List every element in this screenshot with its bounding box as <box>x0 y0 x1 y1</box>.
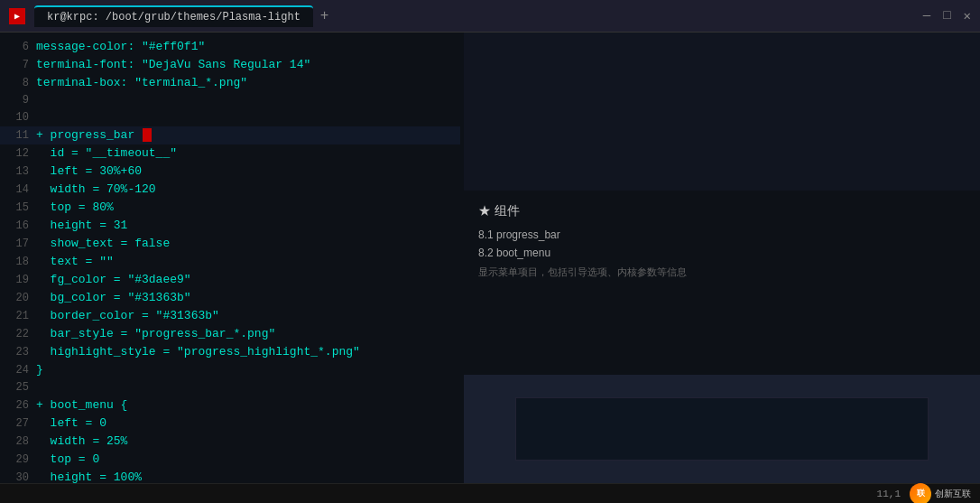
line-number: 8 <box>4 75 29 92</box>
statusbar: 11,1 联 创新互联 <box>0 483 980 503</box>
code-line: 20 bg_color = "#31363b" <box>0 289 460 307</box>
code-line: 13 left = 30%+60 <box>0 163 460 181</box>
cursor-position: 11,1 <box>877 489 901 499</box>
brand-text: 创新互联 <box>935 488 971 500</box>
line-number: 7 <box>4 57 29 74</box>
code-line: 14 width = 70%-120 <box>0 181 460 199</box>
right-top-area <box>464 33 980 194</box>
main-content: 6message-color: "#eff0f1"7terminal-font:… <box>0 33 980 483</box>
preview-box <box>515 397 929 461</box>
code-line: 21 border_color = "#31363b" <box>0 307 460 325</box>
status-right: 11,1 联 创新互联 <box>877 483 971 504</box>
code-line: 10 <box>0 109 460 126</box>
line-number: 18 <box>4 254 29 271</box>
line-number: 15 <box>4 200 29 217</box>
minimize-button[interactable]: — <box>923 8 930 23</box>
line-number: 30 <box>4 470 29 483</box>
line-number: 24 <box>4 362 29 379</box>
line-content: show_text = false <box>36 235 170 252</box>
code-line: 11+ progress_bar <box>0 126 460 144</box>
line-content: text = "" <box>36 253 114 270</box>
line-number: 16 <box>4 218 29 235</box>
code-line: 26+ boot_menu { <box>0 396 460 415</box>
maximize-button[interactable]: □ <box>943 8 950 23</box>
code-line: 19 fg_color = "#3daee9" <box>0 271 460 289</box>
right-middle-area: ★ 组件 8.1 progress_bar 8.2 boot_menu 显示菜单… <box>464 194 980 375</box>
line-number: 14 <box>4 182 29 199</box>
code-line: 8terminal-box: "terminal_*.png" <box>0 74 460 92</box>
line-content: width = 70%-120 <box>36 181 156 198</box>
line-content: } <box>36 361 43 378</box>
line-content: terminal-font: "DejaVu Sans Regular 14" <box>36 56 310 73</box>
active-tab[interactable]: kr@krpc: /boot/grub/themes/Plasma-light <box>34 5 313 27</box>
line-number: 13 <box>4 163 29 181</box>
main-window: ▶ kr@krpc: /boot/grub/themes/Plasma-ligh… <box>0 0 980 503</box>
sub-section-1: 8.1 progress_bar <box>478 228 966 241</box>
line-content: bg_color = "#31363b" <box>36 289 191 306</box>
code-line: 22 bar_style = "progress_bar_*.png" <box>0 325 460 343</box>
text-cursor <box>143 128 152 142</box>
add-tab-button[interactable]: + <box>320 8 329 24</box>
titlebar: ▶ kr@krpc: /boot/grub/themes/Plasma-ligh… <box>0 0 980 33</box>
code-line: 23 highlight_style = "progress_highlight… <box>0 343 460 361</box>
line-content: height = 31 <box>36 217 127 234</box>
line-number: 27 <box>4 415 29 433</box>
line-content: bar_style = "progress_bar_*.png" <box>36 325 275 342</box>
line-content: left = 0 <box>36 415 106 432</box>
code-line: 7terminal-font: "DejaVu Sans Regular 14" <box>0 56 460 74</box>
close-button[interactable]: ✕ <box>964 8 971 23</box>
terminal-icon: ▶ <box>9 8 25 24</box>
line-number: 21 <box>4 308 29 325</box>
code-line: 17 show_text = false <box>0 235 460 253</box>
line-number: 10 <box>4 109 29 126</box>
line-number: 17 <box>4 236 29 253</box>
line-content: top = 0 <box>36 451 99 468</box>
line-number: 20 <box>4 290 29 307</box>
section-title: ★ 组件 <box>478 203 966 219</box>
line-number: 19 <box>4 272 29 289</box>
line-content: + progress_bar <box>36 126 152 144</box>
code-line: 15 top = 80% <box>0 199 460 217</box>
line-content: left = 30%+60 <box>36 163 142 180</box>
code-line: 18 text = "" <box>0 253 460 271</box>
line-content: message-color: "#eff0f1" <box>36 38 205 55</box>
code-line: 25 <box>0 379 460 396</box>
sub-section-2-desc: 显示菜单项目，包括引导选项、内核参数等信息 <box>478 265 966 280</box>
line-number: 28 <box>4 433 29 451</box>
code-line: 27 left = 0 <box>0 415 460 433</box>
window-controls: — □ ✕ <box>923 8 971 23</box>
code-line: 6message-color: "#eff0f1" <box>0 38 460 56</box>
line-content: fg_color = "#3daee9" <box>36 271 191 288</box>
sub-section-2: 8.2 boot_menu <box>478 247 966 259</box>
editor-pane[interactable]: 6message-color: "#eff0f1"7terminal-font:… <box>0 33 460 483</box>
right-bottom-area <box>464 375 980 483</box>
code-line: 16 height = 31 <box>0 217 460 235</box>
brand-logo: 联 创新互联 <box>910 483 971 504</box>
code-line: 12 id = "__timeout__" <box>0 144 460 163</box>
line-number: 12 <box>4 145 29 163</box>
code-line: 29 top = 0 <box>0 451 460 469</box>
code-line: 28 width = 25% <box>0 433 460 451</box>
line-number: 26 <box>4 397 29 415</box>
line-number: 11 <box>4 127 29 144</box>
line-number: 23 <box>4 344 29 361</box>
code-line: 24} <box>0 361 460 379</box>
line-number: 9 <box>4 92 29 109</box>
line-content: id = "__timeout__" <box>36 144 177 162</box>
code-line: 30 height = 100% <box>0 469 460 483</box>
code-line: 9 <box>0 92 460 109</box>
brand-icon: 联 <box>910 483 931 504</box>
tab-label: kr@krpc: /boot/grub/themes/Plasma-light <box>47 11 300 23</box>
line-content: terminal-box: "terminal_*.png" <box>36 74 247 91</box>
line-content: top = 80% <box>36 199 114 216</box>
right-pane: ★ 组件 8.1 progress_bar 8.2 boot_menu 显示菜单… <box>464 33 980 483</box>
line-number: 6 <box>4 39 29 56</box>
line-content: border_color = "#31363b" <box>36 307 219 324</box>
line-number: 22 <box>4 326 29 343</box>
line-content: width = 25% <box>36 433 127 450</box>
line-number: 25 <box>4 379 29 396</box>
line-content: highlight_style = "progress_highlight_*.… <box>36 343 360 360</box>
line-content: height = 100% <box>36 469 142 483</box>
line-number: 29 <box>4 452 29 469</box>
line-content: + boot_menu { <box>36 396 127 414</box>
